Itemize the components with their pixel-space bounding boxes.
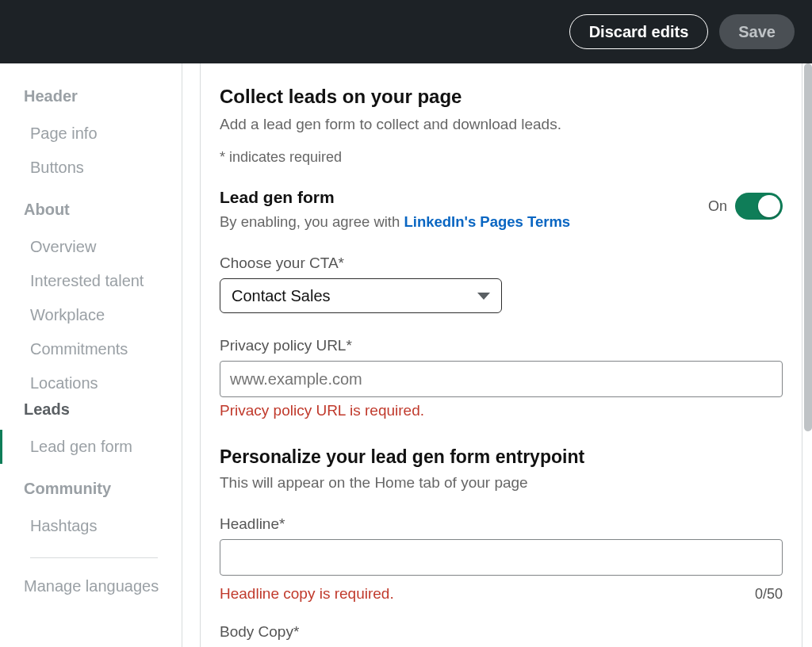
- leadgen-agree-text: By enabling, you agree with LinkedIn's P…: [220, 213, 570, 231]
- headline-input[interactable]: [220, 539, 783, 576]
- sidebar-item-hashtags[interactable]: Hashtags: [24, 509, 182, 543]
- main-wrap: Collect leads on your page Add a lead ge…: [182, 63, 812, 647]
- privacy-url-input[interactable]: [220, 361, 783, 397]
- body-copy-label: Body Copy*: [220, 623, 783, 641]
- cta-label: Choose your CTA*: [220, 255, 783, 272]
- privacy-label: Privacy policy URL*: [220, 337, 783, 354]
- privacy-error: Privacy policy URL is required.: [220, 402, 783, 419]
- sidebar-section-community[interactable]: Community: [24, 480, 182, 498]
- pages-terms-link[interactable]: LinkedIn's Pages Terms: [404, 213, 570, 230]
- headline-error: Headline copy is required.: [220, 585, 394, 603]
- save-button[interactable]: Save: [719, 14, 795, 49]
- required-note: * indicates required: [220, 149, 783, 166]
- sidebar-item-workplace[interactable]: Workplace: [24, 298, 182, 332]
- cta-select-value: Contact Sales: [232, 287, 331, 305]
- chevron-down-icon: [477, 293, 490, 300]
- sidebar-item-page-info[interactable]: Page info: [24, 117, 182, 151]
- cta-select[interactable]: Contact Sales: [220, 278, 502, 313]
- scrollbar[interactable]: [804, 63, 812, 431]
- page-body: Header Page info Buttons About Overview …: [0, 63, 812, 647]
- sidebar-item-lead-gen-form[interactable]: Lead gen form: [24, 430, 182, 464]
- sidebar-section-leads[interactable]: Leads: [24, 400, 182, 419]
- leadgen-agree-prefix: By enabling, you agree with: [220, 213, 404, 230]
- headline-label: Headline*: [220, 515, 783, 533]
- sidebar: Header Page info Buttons About Overview …: [0, 63, 182, 647]
- sidebar-item-manage-languages[interactable]: Manage languages: [24, 569, 182, 603]
- leadgen-toggle[interactable]: [735, 193, 783, 220]
- sidebar-item-locations[interactable]: Locations: [24, 366, 182, 400]
- sidebar-section-header[interactable]: Header: [24, 87, 182, 105]
- sidebar-item-overview[interactable]: Overview: [24, 230, 182, 264]
- sidebar-section-about[interactable]: About: [24, 201, 182, 219]
- sidebar-item-commitments[interactable]: Commitments: [24, 332, 182, 366]
- main-content: Collect leads on your page Add a lead ge…: [200, 63, 802, 647]
- page-title: Collect leads on your page: [220, 86, 783, 108]
- sidebar-divider: [30, 557, 158, 558]
- toggle-knob-icon: [758, 195, 780, 217]
- page-subtitle: Add a lead gen form to collect and downl…: [220, 116, 783, 133]
- top-bar: Discard edits Save: [0, 0, 812, 63]
- discard-edits-button[interactable]: Discard edits: [569, 14, 709, 49]
- toggle-label: On: [708, 198, 727, 215]
- personalize-heading: Personalize your lead gen form entrypoin…: [220, 446, 783, 468]
- headline-counter: 0/50: [755, 586, 783, 603]
- personalize-subtitle: This will appear on the Home tab of your…: [220, 474, 783, 492]
- sidebar-item-buttons[interactable]: Buttons: [24, 151, 182, 185]
- sidebar-item-interested-talent[interactable]: Interested talent: [24, 264, 182, 298]
- leadgen-heading: Lead gen form: [220, 188, 570, 207]
